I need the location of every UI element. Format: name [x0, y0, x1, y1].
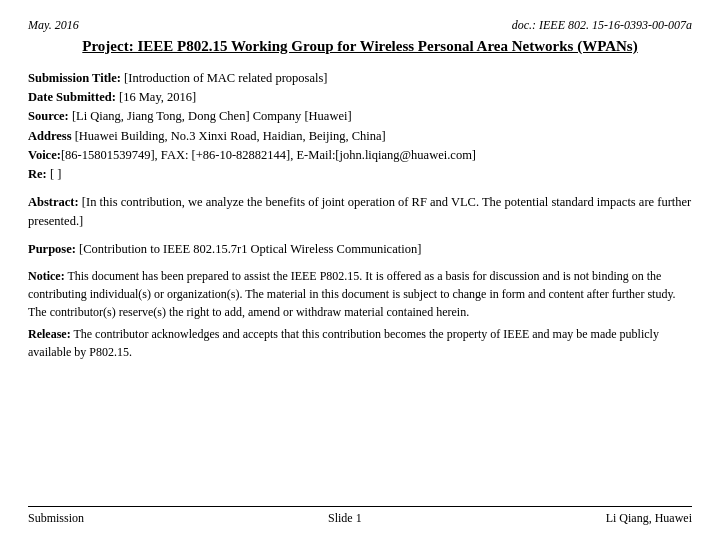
page: May. 2016 doc.: IEEE 802. 15-16-0393-00-… — [0, 0, 720, 540]
re-value: [ ] — [47, 167, 62, 181]
footer-right: Li Qiang, Huawei — [606, 511, 692, 526]
header-doc: doc.: IEEE 802. 15-16-0393-00-007a — [512, 18, 692, 33]
metadata-block: Submission Title: [Introduction of MAC r… — [28, 69, 692, 185]
page-title: Project: IEEE P802.15 Working Group for … — [28, 37, 692, 57]
source-value: [Li Qiang, Jiang Tong, Dong Chen] Compan… — [69, 109, 352, 123]
submission-title-value: [Introduction of MAC related proposals] — [121, 71, 328, 85]
source-line: Source: [Li Qiang, Jiang Tong, Dong Chen… — [28, 107, 692, 126]
header: May. 2016 doc.: IEEE 802. 15-16-0393-00-… — [28, 18, 692, 33]
release-label: Release: — [28, 327, 71, 341]
re-line: Re: [ ] — [28, 165, 692, 184]
notice-text: This document has been prepared to assis… — [28, 269, 676, 319]
notice-label: Notice: — [28, 269, 65, 283]
purpose-text: [Contribution to IEEE 802.15.7r1 Optical… — [76, 242, 421, 256]
date-submitted-line: Date Submitted: [16 May, 2016] — [28, 88, 692, 107]
submission-title-line: Submission Title: [Introduction of MAC r… — [28, 69, 692, 88]
release-text: The contributor acknowledges and accepts… — [28, 327, 659, 359]
header-date: May. 2016 — [28, 18, 79, 33]
footer-left: Submission — [28, 511, 84, 526]
abstract-text: [In this contribution, we analyze the be… — [28, 195, 691, 228]
voice-label: Voice: — [28, 148, 61, 162]
purpose-label: Purpose: — [28, 242, 76, 256]
voice-line: Voice:[86-15801539749], FAX: [+86-10-828… — [28, 146, 692, 165]
source-label: Source: — [28, 109, 69, 123]
submission-title-label: Submission Title: — [28, 71, 121, 85]
purpose-section: Purpose: [Contribution to IEEE 802.15.7r… — [28, 240, 692, 259]
re-label: Re: — [28, 167, 47, 181]
date-submitted-label: Date Submitted: — [28, 90, 116, 104]
voice-value: [86-15801539749], FAX: [+86-10-82882144]… — [61, 148, 476, 162]
address-label: Address — [28, 129, 72, 143]
address-value: [Huawei Building, No.3 Xinxi Road, Haidi… — [72, 129, 386, 143]
abstract-section: Abstract: [In this contribution, we anal… — [28, 193, 692, 232]
release-section: Release: The contributor acknowledges an… — [28, 325, 692, 361]
address-line: Address [Huawei Building, No.3 Xinxi Roa… — [28, 127, 692, 146]
notice-section: Notice: This document has been prepared … — [28, 267, 692, 321]
footer-center: Slide 1 — [328, 511, 362, 526]
footer: Submission Slide 1 Li Qiang, Huawei — [28, 506, 692, 526]
abstract-label: Abstract: — [28, 195, 79, 209]
date-submitted-value: [16 May, 2016] — [116, 90, 196, 104]
